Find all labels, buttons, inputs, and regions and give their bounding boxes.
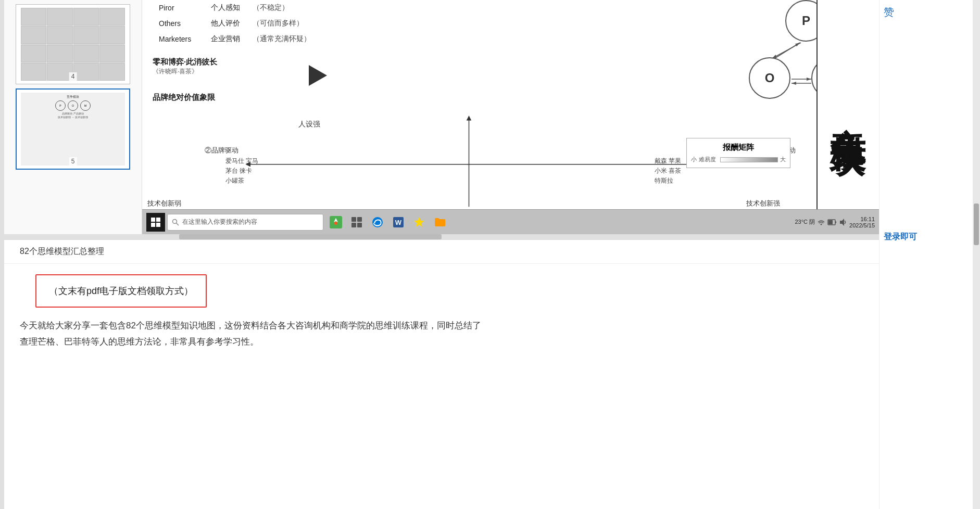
svg-marker-33 <box>840 219 844 226</box>
star-icon[interactable] <box>411 214 428 231</box>
thumb-cell <box>73 8 99 26</box>
taskbar-time: 16:11 2022/5/15 <box>849 216 875 228</box>
svg-rect-23 <box>351 223 356 227</box>
table-cell-note: （通常充满怀疑） <box>246 31 317 47</box>
scale-bar <box>720 157 778 162</box>
svg-point-16 <box>173 219 177 223</box>
body-text-area: 今天就给大家分享一套包含82个思维模型知识地图，这份资料结合各大咨询机构和商学院… <box>4 318 879 360</box>
table-cell-eng: Piror <box>153 0 205 16</box>
search-placeholder: 在这里输入你要搜索的内容 <box>182 218 257 226</box>
map-icon[interactable] <box>328 214 344 231</box>
thumb-cell <box>99 63 125 81</box>
zero-sum-book: 《许晓晖·喜茶》 <box>153 67 217 76</box>
thumb-cell <box>99 8 125 26</box>
svg-line-1 <box>772 43 801 58</box>
product-examples: 戴森 苹果 小米 喜茶 特斯拉 <box>655 156 681 186</box>
thumb-cell <box>73 63 99 81</box>
v-scrollbar-thumb <box>974 203 979 245</box>
tech-weak-label: 技术创新弱 <box>147 199 181 208</box>
svg-rect-13 <box>156 218 160 222</box>
taskbar: 在这里输入你要搜索的内容 <box>142 209 879 234</box>
thumb-cell <box>99 26 125 44</box>
table-cell-note: （不稳定） <box>246 0 317 16</box>
right-panel-bottom: 登录即可 <box>884 232 969 243</box>
date-text: 2022/5/15 <box>849 222 875 228</box>
caption-text: 82个思维模型汇总整理 <box>20 247 104 256</box>
thumb-cell <box>47 45 72 62</box>
svg-rect-14 <box>151 223 155 227</box>
battery-icon <box>827 218 837 226</box>
table-row: Others 他人评价 （可信而多样） <box>153 16 317 31</box>
volume-icon <box>839 218 847 226</box>
svg-rect-15 <box>156 223 160 227</box>
svg-rect-24 <box>357 223 362 227</box>
main-container: 4 竞争模块 P O M <box>0 0 980 509</box>
edge-icon[interactable] <box>369 214 386 231</box>
folder-icon[interactable] <box>432 214 448 231</box>
circle-o: O <box>749 57 790 99</box>
thumbnail-4[interactable]: 4 <box>16 4 130 84</box>
brand-examples: 爱马仕 宝马 茅台 徕卡 小罐茶 <box>225 156 258 186</box>
thumb-cell <box>21 63 46 81</box>
table-cell-note: （可信而多样） <box>246 16 317 31</box>
thumbnail-5[interactable]: 竞争模块 P O M 品牌驱动 产品驱动 技术创新弱 → 技术创新强 5 <box>16 88 130 170</box>
scale-large: 大 <box>780 156 786 163</box>
thumb-cell <box>73 45 99 62</box>
thumb-cell <box>47 8 72 26</box>
login-text[interactable]: 登录即可 <box>884 232 917 241</box>
table-cell-eng: Others <box>153 16 205 31</box>
zero-sum-section: 零和博弈·此消彼长 《许晓晖·喜茶》 <box>153 57 217 76</box>
thumbnail-box-5: 竞争模块 P O M 品牌驱动 产品驱动 技术创新弱 → 技术创新强 5 <box>21 93 125 166</box>
right-panel-top: 赞 <box>884 5 969 19</box>
content-area: 4 竞争模块 P O M <box>4 0 879 509</box>
thumb-cell <box>99 45 125 62</box>
caption-area: 82个思维模型汇总整理 <box>4 240 879 264</box>
svg-rect-32 <box>835 221 836 223</box>
slide-content: Piror 个人感知 （不稳定） Others 他人评价 （可信而多样） Mar… <box>142 0 879 234</box>
thumbnail-box-4: 4 <box>21 8 125 81</box>
screenshot-area: 4 竞争模块 P O M <box>4 0 879 240</box>
svg-line-2 <box>775 43 800 58</box>
big-title-text: 竞争模块 <box>831 100 866 117</box>
horizontal-scrollbar[interactable] <box>4 234 879 239</box>
pdf-notice-box: （文末有pdf电子版文档领取方式） <box>35 274 207 308</box>
taskbar-search-box[interactable]: 在这里输入你要搜索的内容 <box>167 214 323 231</box>
taskbar-icons: W <box>325 214 793 231</box>
table-row: Piror 个人感知 （不稳定） <box>153 0 317 16</box>
vertical-scrollbar[interactable] <box>973 0 980 509</box>
tech-strong-label: 技术创新强 <box>746 199 780 208</box>
wifi-icon <box>817 218 825 226</box>
zero-sum-text: 零和博弈·此消彼长 <box>153 57 217 67</box>
thumbnail-panel: 4 竞争模块 P O M <box>4 0 142 234</box>
left-scrollbar[interactable] <box>0 0 4 509</box>
svg-marker-9 <box>467 116 472 121</box>
reward-matrix-title: 报酬矩阵 <box>691 143 786 152</box>
play-button[interactable] <box>309 65 330 86</box>
table-cell-cn: 企业营销 <box>205 31 246 47</box>
svg-point-20 <box>334 222 337 225</box>
search-icon <box>172 219 179 226</box>
right-panel: 赞 登录即可 <box>879 0 973 509</box>
difficulty-label: 难易度 <box>697 156 718 163</box>
brand-drive-label: ②品牌驱动 <box>205 146 238 155</box>
thumb-cell <box>21 8 46 26</box>
svg-rect-22 <box>357 217 362 222</box>
svg-text:W: W <box>395 219 402 226</box>
thumbnail-number-4: 4 <box>69 72 77 81</box>
start-button[interactable] <box>146 213 165 232</box>
task-view-icon[interactable] <box>348 214 365 231</box>
thumb-cell <box>47 26 72 44</box>
svg-rect-31 <box>828 220 833 224</box>
table-cell-cn: 他人评价 <box>205 16 246 31</box>
table-cell-eng: Marketers <box>153 31 205 47</box>
reward-matrix: 报酬矩阵 小 难易度 大 <box>686 138 790 168</box>
info-table: Piror 个人感知 （不稳定） Others 他人评价 （可信而多样） Mar… <box>153 0 317 47</box>
thumb-cell <box>21 26 46 44</box>
zan-icon: 赞 <box>884 6 894 18</box>
screenshot-inner: 4 竞争模块 P O M <box>4 0 879 234</box>
brand-value-label: 品牌绝对价值象限 <box>153 93 215 103</box>
word-icon[interactable]: W <box>390 214 407 231</box>
table-cell-cn: 个人感知 <box>205 0 246 16</box>
svg-rect-21 <box>351 217 356 222</box>
people-strong-label: 人设强 <box>298 120 320 129</box>
